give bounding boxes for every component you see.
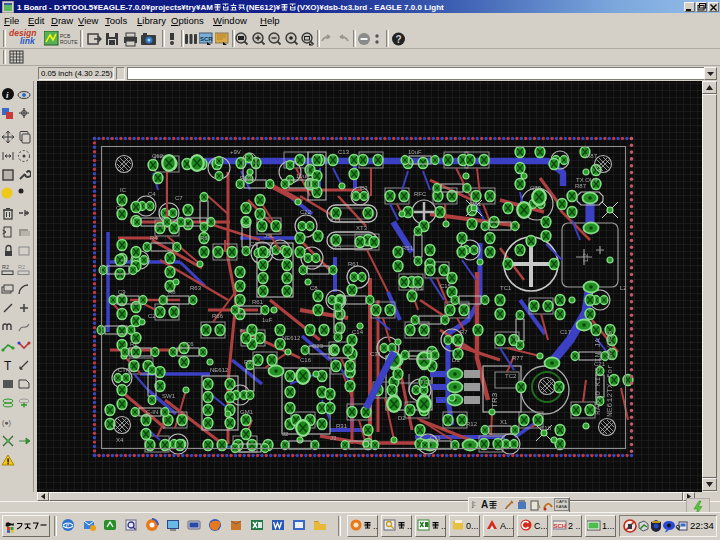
svg-text:X4: X4 (116, 437, 124, 443)
svg-text:D1: D1 (452, 357, 460, 363)
svg-text:C79: C79 (530, 185, 542, 191)
svg-text:CTRL: CTRL (118, 367, 134, 373)
svg-text:C5: C5 (116, 205, 124, 211)
svg-text:R81: R81 (470, 201, 482, 207)
svg-text:1uF: 1uF (262, 317, 273, 323)
svg-text:R61: R61 (252, 299, 264, 305)
svg-text:R66: R66 (212, 313, 224, 319)
svg-text:R31: R31 (336, 423, 348, 429)
svg-text:C1: C1 (250, 241, 258, 247)
svg-text:XT2: XT2 (330, 245, 342, 251)
svg-text:TR3: TR3 (490, 392, 499, 408)
svg-text:?: ? (396, 34, 402, 45)
svg-text:TC1: TC1 (500, 285, 512, 291)
svg-text:R92: R92 (240, 175, 252, 181)
svg-text:C2: C2 (148, 313, 156, 319)
svg-text:T: T (4, 359, 12, 372)
svg-text:GM1: GM1 (240, 409, 254, 415)
svg-text:R21: R21 (244, 359, 256, 365)
svg-text:C22: C22 (300, 209, 312, 215)
svg-text:R87: R87 (586, 153, 598, 159)
svg-text:ROUTE: ROUTE (60, 39, 78, 45)
svg-text:R2: R2 (18, 264, 25, 270)
svg-text:SW1: SW1 (410, 285, 424, 291)
svg-text:XT3: XT3 (356, 225, 368, 231)
svg-text:C6: C6 (186, 341, 194, 347)
svg-text:C8: C8 (310, 285, 318, 291)
svg-text:e: e (66, 521, 70, 530)
svg-text:L2: L2 (620, 285, 627, 291)
svg-text:C11: C11 (430, 435, 441, 441)
svg-text:C3: C3 (360, 185, 368, 191)
svg-text:10uF: 10uF (296, 173, 310, 179)
svg-text:J3: J3 (330, 435, 337, 441)
svg-text:RFC: RFC (414, 191, 427, 197)
svg-text:R7: R7 (460, 329, 468, 335)
svg-text:SW1: SW1 (162, 393, 176, 399)
svg-text:R2: R2 (130, 341, 138, 347)
svg-text:NE612TX for AM/DSB: NE612TX for AM/DSB (605, 330, 614, 417)
svg-text:SCR: SCR (200, 36, 213, 42)
svg-text:(●): (●) (2, 419, 11, 427)
svg-text:TX OUT: TX OUT (576, 177, 598, 183)
svg-text:NE612: NE612 (282, 335, 301, 341)
svg-text:R8: R8 (168, 289, 176, 295)
svg-text:R12: R12 (466, 421, 478, 427)
svg-text:C18: C18 (540, 425, 552, 431)
svg-text:10uF: 10uF (408, 149, 422, 155)
svg-text:C16: C16 (300, 357, 312, 363)
svg-text:R4: R4 (150, 235, 158, 241)
svg-text:C31: C31 (370, 351, 382, 357)
svg-text:C13: C13 (338, 149, 350, 155)
svg-text:C-IN: C-IN (146, 409, 158, 415)
svg-text:C17: C17 (560, 329, 572, 335)
svg-text:XT1: XT1 (330, 217, 342, 223)
svg-text:R6: R6 (200, 235, 208, 241)
svg-text:C9: C9 (118, 289, 126, 295)
svg-text:D2: D2 (398, 415, 406, 421)
svg-text:+9V: +9V (230, 149, 241, 155)
svg-text:SCH: SCH (554, 523, 567, 529)
svg-text:R77: R77 (512, 355, 524, 361)
svg-text:R2: R2 (2, 264, 9, 270)
svg-text:+1: +1 (120, 257, 128, 263)
svg-text:TC3: TC3 (420, 379, 432, 385)
svg-text:C4: C4 (148, 191, 156, 197)
svg-text:R51: R51 (402, 245, 414, 251)
svg-text:IC: IC (120, 187, 127, 193)
svg-text:C15: C15 (440, 283, 452, 289)
svg-text:J2: J2 (282, 431, 289, 437)
svg-text:TC2: TC2 (505, 373, 517, 379)
svg-text:R63: R63 (190, 285, 202, 291)
svg-text:C14: C14 (352, 329, 364, 335)
svg-text:C12: C12 (152, 153, 164, 159)
svg-text:RADIO KITS IN JA: RADIO KITS IN JA (593, 338, 602, 415)
svg-text:R61: R61 (348, 261, 360, 267)
svg-text:X1: X1 (500, 419, 508, 425)
svg-text:R87: R87 (575, 183, 587, 189)
svg-text:C7: C7 (175, 195, 183, 201)
svg-text:C23: C23 (312, 343, 324, 349)
svg-text:L2: L2 (581, 253, 590, 262)
svg-text:JSL: JSL (264, 233, 275, 239)
svg-text:NE612: NE612 (210, 367, 229, 373)
